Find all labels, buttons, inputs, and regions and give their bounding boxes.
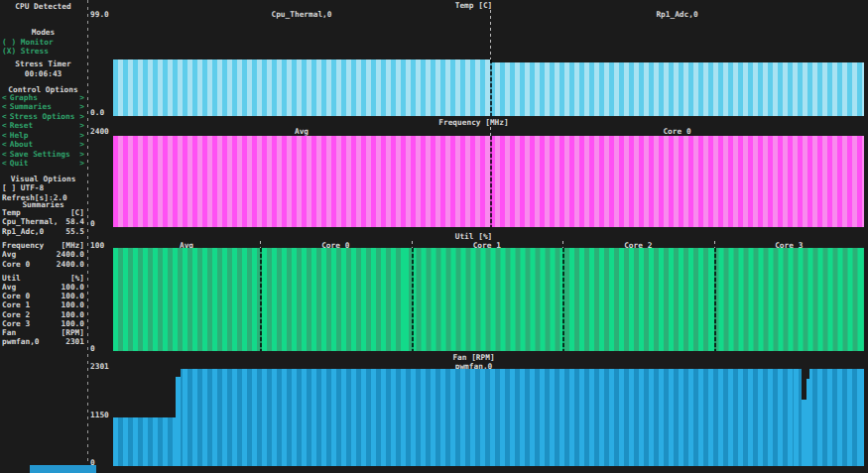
ymax-label-temp-c: 99.0 (90, 10, 109, 19)
summary-row-core-2: Core 2100.0 (2, 310, 84, 319)
summary-row-core-0: Core 02400.0 (2, 260, 84, 269)
summary-header-frequency: Frequency[MHz] (2, 241, 84, 250)
summary-row-value: 100.0 (62, 319, 84, 328)
menu-item-close-bracket: > (79, 112, 84, 121)
graph-bars-util-avg (113, 248, 260, 351)
summary-row-label: pwmfan,0 (2, 337, 40, 346)
ymax-label-util: 100 (90, 241, 104, 250)
menu-item-open-bracket: < (2, 150, 7, 159)
menu-item-summaries[interactable]: <Summaries> (2, 102, 84, 111)
summary-row-avg: Avg2400.0 (2, 250, 84, 259)
menu-item-graphs[interactable]: <Graphs> (2, 93, 84, 102)
summary-name: Fan (2, 328, 16, 337)
menu-item-reset[interactable]: <Reset> (2, 121, 84, 130)
summary-row-label: Avg (2, 283, 16, 292)
menu-item-close-bracket: > (79, 131, 84, 140)
ymax-label-frequency-mhz: 2400 (90, 127, 109, 136)
summary-row-label: Avg (2, 250, 16, 259)
section-divider (490, 59, 492, 116)
menu-item-label: Reset (10, 121, 80, 130)
section-divider-gray (260, 241, 261, 248)
graph-bars-util-core-1 (412, 248, 563, 351)
summary-row-label: Cpu_Thermal, (2, 217, 58, 226)
utf8-checkbox[interactable]: [ ] UTF-8 (2, 183, 84, 192)
summary-name: Temp (2, 208, 21, 217)
graph-title-frequency-mhz: Frequency [MHz] (87, 118, 860, 127)
graph-bars-frequency-mhz-avg (113, 136, 490, 227)
menu-item-save-settings[interactable]: <Save Settings> (2, 150, 84, 159)
section-divider-gray (412, 241, 413, 248)
section-divider (714, 248, 716, 351)
menu-item-label: Save Settings (10, 150, 80, 159)
menu-item-open-bracket: < (2, 159, 7, 168)
menu-item-open-bracket: < (2, 131, 7, 140)
section-divider-gray (490, 127, 491, 136)
menu-item-stress-options[interactable]: <Stress Options> (2, 112, 84, 121)
summary-row-value: 100.0 (62, 292, 84, 300)
ymid-label-fan-rpm: 1150 (90, 411, 109, 419)
summary-unit: [MHz] (62, 241, 84, 250)
menu-item-label: Graphs (10, 93, 80, 102)
summary-row-value: 2400.0 (57, 250, 84, 259)
summary-row-label: Core 3 (2, 319, 30, 328)
summary-row-core-3: Core 3100.0 (2, 319, 84, 328)
section-divider (490, 136, 492, 227)
summary-row-label: Core 1 (2, 300, 30, 309)
summary-row-label: Core 0 (2, 260, 30, 269)
menu-item-label: Summaries (10, 102, 80, 111)
section-divider-gray (562, 241, 563, 248)
graph-bars-temp-c-rp1-adc-0 (490, 62, 864, 116)
menu-item-close-bracket: > (79, 150, 84, 159)
graph-bars-frequency-mhz-core-0 (490, 136, 864, 227)
section-divider (412, 248, 414, 351)
ymax-label-fan-rpm: 2301 (90, 362, 109, 371)
graph-bars-fan-rpm-pwmfan-0 (181, 369, 802, 466)
graph-bars-util-core-3 (714, 248, 865, 351)
menu-item-help[interactable]: <Help> (2, 131, 84, 140)
mode-option-monitor[interactable]: ( ) Monitor (2, 38, 84, 47)
menu-item-label: Quit (10, 159, 80, 168)
graph-bars-util-core-0 (260, 248, 412, 351)
summary-row-core-0: Core 0100.0 (2, 292, 84, 300)
summary-row-cpu-thermal: Cpu_Thermal,58.4 (2, 217, 84, 226)
menu-item-open-bracket: < (2, 121, 7, 130)
graph-title-util: Util [%] (87, 232, 860, 241)
summary-row-value: 2301 (65, 337, 84, 346)
summary-unit: [RPM] (62, 328, 84, 337)
menu-item-quit[interactable]: <Quit> (2, 159, 84, 168)
summary-header-temp: Temp[C] (2, 208, 84, 217)
menu-item-open-bracket: < (2, 102, 7, 111)
graph-title-fan-rpm: Fan [RPM] (87, 353, 860, 362)
modes-title: Modes (2, 28, 84, 37)
graph-bars-fan-rpm-pwmfan-0 (809, 369, 864, 466)
menu-item-open-bracket: < (2, 93, 7, 102)
section-label-core-0: Core 0 (490, 127, 864, 136)
visual-options-title: Visual Options (2, 175, 84, 183)
summary-row-label: Core 2 (2, 310, 30, 319)
s-tui-app: CPU Detected Modes ( ) Monitor (X) Stres… (0, 0, 868, 473)
summary-header-util: Util[%] (2, 274, 84, 283)
summary-row-core-1: Core 1100.0 (2, 300, 84, 309)
menu-item-label: Help (10, 131, 80, 140)
graph-title-temp-c: Temp [C] (87, 1, 860, 10)
section-label-cpu-thermal-0: Cpu_Thermal,0 (113, 10, 490, 19)
bottom-scrollbar[interactable] (30, 465, 96, 473)
section-divider-gray (714, 241, 715, 248)
graph-bars-fan-rpm-pwmfan-0 (113, 417, 176, 466)
mode-option-stress[interactable]: (X) Stress (2, 47, 84, 56)
menu-item-open-bracket: < (2, 112, 7, 121)
stress-timer-value: 00:06:43 (2, 69, 84, 78)
ymin-label-util: 0 (90, 344, 95, 353)
menu-item-close-bracket: > (79, 102, 84, 111)
menu-item-label: About (10, 140, 80, 149)
summary-row-label: Core 0 (2, 292, 30, 300)
menu-item-about[interactable]: <About> (2, 140, 84, 149)
summary-row-rp1-adc-0: Rp1_Adc,055.5 (2, 227, 84, 236)
menu-item-label: Stress Options (10, 112, 80, 121)
section-divider-gray (490, 10, 491, 59)
menu-item-close-bracket: > (79, 121, 84, 130)
summary-row-value: 2400.0 (57, 260, 84, 269)
menu-item-close-bracket: > (79, 159, 84, 168)
ymin-label-frequency-mhz: 0 (90, 219, 95, 228)
summary-unit: [C] (70, 208, 84, 217)
